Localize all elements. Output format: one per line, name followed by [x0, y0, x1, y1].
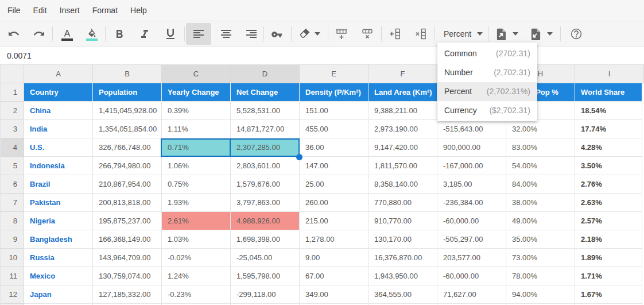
cell-D8[interactable]: 4,988,926.00	[231, 212, 300, 230]
row-header-11[interactable]: 11	[1, 267, 24, 285]
redo-button[interactable]	[29, 23, 49, 45]
cell-C11[interactable]: 1.24%	[162, 267, 231, 285]
cell-F2[interactable]: 9,388,211.00	[368, 102, 437, 120]
insert-column-button[interactable]	[385, 23, 405, 45]
cell-I3[interactable]: 17.74%	[575, 120, 642, 138]
cell-A9[interactable]: Bangladesh	[24, 230, 93, 249]
cell-I7[interactable]: 2.63%	[575, 194, 642, 212]
cell-D10[interactable]: -25,045.00	[231, 249, 300, 267]
cell-G11[interactable]: -60,000.00	[437, 267, 506, 285]
cell-G10[interactable]: 203,577.00	[437, 249, 506, 267]
cell-I12[interactable]: 1.67%	[575, 285, 642, 304]
cell-D2[interactable]: 5,528,531.00	[231, 102, 300, 120]
align-left-button[interactable]	[186, 23, 211, 45]
italic-button[interactable]	[134, 23, 155, 45]
cell-C6[interactable]: 0.75%	[162, 175, 231, 194]
cell-A10[interactable]: Russia	[24, 249, 93, 267]
cell-A5[interactable]: Indonesia	[24, 157, 93, 175]
menu-format[interactable]: Format	[86, 0, 124, 21]
cell-H7[interactable]: 38.00%	[506, 194, 575, 212]
cell-H3[interactable]: 32.00%	[506, 120, 575, 138]
cell-C9[interactable]: 1.03%	[162, 230, 231, 249]
undo-button[interactable]	[3, 23, 24, 45]
column-header-b[interactable]: B	[93, 65, 162, 83]
cell-I10[interactable]: 1.89%	[575, 249, 642, 267]
cell-E9[interactable]: 1,278.00	[300, 230, 368, 249]
cell-F4[interactable]: 9,147,420.00	[368, 138, 437, 157]
cell-E10[interactable]: 9.00	[300, 249, 368, 267]
cell-E6[interactable]: 25.00	[300, 175, 368, 194]
cell-E2[interactable]: 151.00	[300, 102, 368, 120]
cell-F5[interactable]: 1,811,570.00	[368, 157, 437, 175]
cell-C3[interactable]: 1.11%	[162, 120, 231, 138]
formula-bar[interactable]: 0.0071	[0, 47, 644, 65]
row-header-6[interactable]: 6	[1, 175, 24, 194]
cell-F9[interactable]: 130,170.00	[368, 230, 437, 249]
select-all-corner[interactable]	[1, 65, 24, 83]
menu-help[interactable]: Help	[124, 0, 153, 21]
delete-column-button[interactable]	[410, 23, 431, 45]
cell-A7[interactable]: Pakistan	[24, 194, 93, 212]
cell-G3[interactable]: -515,643.00	[437, 120, 506, 138]
number-format-dropdown[interactable]: Percent	[437, 23, 486, 45]
cell-B5[interactable]: 266,794,980.00	[93, 157, 162, 175]
cell-C12[interactable]: -0.23%	[162, 285, 231, 304]
cell-F12[interactable]: 364,555.00	[368, 285, 437, 304]
cell-G4[interactable]: 900,000.00	[437, 138, 506, 157]
cell-E11[interactable]: 67.00	[300, 267, 368, 285]
cell-G7[interactable]: -236,384.00	[437, 194, 506, 212]
cell-B8[interactable]: 195,875,237.00	[93, 212, 162, 230]
row-header-2[interactable]: 2	[1, 102, 24, 120]
cell-D7[interactable]: 3,797,863.00	[231, 194, 300, 212]
insert-row-button[interactable]	[331, 23, 352, 45]
cell-A2[interactable]: China	[24, 102, 93, 120]
cell-D12[interactable]: -299,118.00	[231, 285, 300, 304]
cell-A12[interactable]: Japan	[24, 285, 93, 304]
cell-I5[interactable]: 3.50%	[575, 157, 642, 175]
cell-F1[interactable]: Land Area (Km²)	[368, 83, 437, 102]
column-header-f[interactable]: F	[368, 65, 437, 83]
cell-H9[interactable]: 35.00%	[506, 230, 575, 249]
cell-C8[interactable]: 2.61%	[162, 212, 231, 230]
row-header-5[interactable]: 5	[1, 157, 24, 175]
cell-F3[interactable]: 2,973,190.00	[368, 120, 437, 138]
column-header-c[interactable]: C	[162, 65, 231, 83]
cell-I6[interactable]: 2.76%	[575, 175, 642, 194]
cell-H10[interactable]: 73.00%	[506, 249, 575, 267]
cell-A11[interactable]: Mexico	[24, 267, 93, 285]
cell-D5[interactable]: 2,803,601.00	[231, 157, 300, 175]
cell-F8[interactable]: 910,770.00	[368, 212, 437, 230]
cell-D4[interactable]: 2,307,285.00	[231, 138, 300, 157]
delete-row-button[interactable]	[357, 23, 378, 45]
cell-B1[interactable]: Population	[93, 83, 162, 102]
format-option-percent[interactable]: Percent(2,702.31%)	[437, 82, 537, 101]
cell-I4[interactable]: 4.28%	[575, 138, 642, 157]
row-header-12[interactable]: 12	[1, 285, 24, 304]
cell-F6[interactable]: 8,358,140.00	[368, 175, 437, 194]
cell-C4[interactable]: 0.71%	[162, 138, 231, 157]
align-center-button[interactable]	[214, 23, 239, 45]
format-option-currency[interactable]: Currency($2,702.31)	[437, 101, 537, 120]
column-header-a[interactable]: A	[24, 65, 93, 83]
import-button[interactable]	[527, 23, 556, 45]
cell-G8[interactable]: -60,000.00	[437, 212, 506, 230]
cell-F7[interactable]: 770,880.00	[368, 194, 437, 212]
key-button[interactable]	[266, 23, 287, 45]
cell-I11[interactable]: 1.71%	[575, 267, 642, 285]
export-button[interactable]	[492, 23, 521, 45]
format-option-common[interactable]: Common(2702.31)	[437, 44, 537, 63]
column-header-i[interactable]: I	[575, 65, 644, 83]
align-right-button[interactable]	[239, 23, 264, 45]
cell-A6[interactable]: Brazil	[24, 175, 93, 194]
cell-C10[interactable]: -0.02%	[162, 249, 231, 267]
cell-B10[interactable]: 143,964,709.00	[93, 249, 162, 267]
cell-G12[interactable]: 71,627.00	[437, 285, 506, 304]
cell-B7[interactable]: 200,813,818.00	[93, 194, 162, 212]
cell-H11[interactable]: 78.00%	[506, 267, 575, 285]
cell-I2[interactable]: 18.54%	[575, 102, 642, 120]
text-color-button[interactable]	[56, 23, 77, 45]
cell-E5[interactable]: 147.00	[300, 157, 368, 175]
cell-D6[interactable]: 1,579,676.00	[231, 175, 300, 194]
cell-E7[interactable]: 260.00	[300, 194, 368, 212]
menu-edit[interactable]: Edit	[27, 0, 53, 21]
